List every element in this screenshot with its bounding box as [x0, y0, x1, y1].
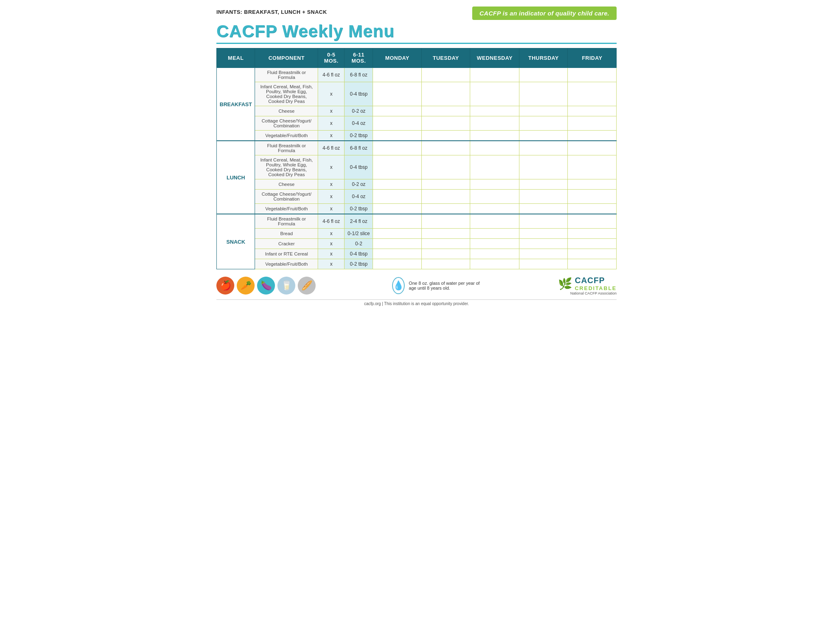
footer-bottom-text: cacfp.org | This institution is an equal… — [216, 299, 617, 306]
qty-05: 4-6 fl oz — [318, 214, 345, 229]
table-row: Vegetable/Fruit/Bothx0-2 tbsp — [217, 259, 617, 269]
page-subtitle: INFANTS: BREAKFAST, LUNCH + SNACK — [216, 7, 327, 15]
qty-611: 0-1/2 slice — [345, 229, 373, 239]
water-info: 💧 One 8 oz. glass of water per year of a… — [392, 277, 482, 294]
qty-05: x — [318, 190, 345, 204]
component-cell: Vegetable/Fruit/Both — [255, 259, 318, 269]
tagline: CACFP is an indicator of quality child c… — [472, 7, 617, 20]
qty-05: x — [318, 249, 345, 259]
day-cell-tuesday — [421, 106, 470, 116]
day-cell-monday — [373, 82, 422, 106]
component-cell: Fluid Breastmilk or Formula — [255, 214, 318, 229]
table-row: Vegetable/Fruit/Bothx0-2 tbsp — [217, 131, 617, 141]
day-cell-thursday — [519, 229, 568, 239]
table-row: Infant Cereal, Meat, Fish, Poultry, Whol… — [217, 82, 617, 106]
day-cell-wednesday — [470, 204, 519, 214]
table-row: Cottage Cheese/Yogurt/ Combinationx0-4 o… — [217, 116, 617, 131]
day-cell-thursday — [519, 190, 568, 204]
qty-611: 0-2 — [345, 239, 373, 249]
col-header-friday: FRIDAY — [568, 48, 617, 68]
day-cell-monday — [373, 190, 422, 204]
qty-05: x — [318, 204, 345, 214]
qty-05: x — [318, 259, 345, 269]
carrot-icon: 🥕 — [237, 277, 255, 295]
day-cell-monday — [373, 249, 422, 259]
day-cell-friday — [568, 190, 617, 204]
day-cell-friday — [568, 155, 617, 179]
col-header-611: 6-11 MOS. — [345, 48, 373, 68]
table-header-row: MEAL COMPONENT 0-5 MOS. 6-11 MOS. MONDAY… — [217, 48, 617, 68]
day-cell-tuesday — [421, 204, 470, 214]
qty-05: x — [318, 239, 345, 249]
qty-611: 0-4 oz — [345, 190, 373, 204]
day-cell-thursday — [519, 214, 568, 229]
brand-name: CACFP — [575, 276, 617, 285]
col-header-05: 0-5 MOS. — [318, 48, 345, 68]
component-cell: Bread — [255, 229, 318, 239]
menu-table: MEAL COMPONENT 0-5 MOS. 6-11 MOS. MONDAY… — [216, 48, 617, 269]
day-cell-monday — [373, 204, 422, 214]
qty-05: x — [318, 179, 345, 190]
day-cell-friday — [568, 204, 617, 214]
qty-611: 0-4 oz — [345, 116, 373, 131]
page-header: INFANTS: BREAKFAST, LUNCH + SNACK CACFP … — [216, 7, 617, 20]
day-cell-tuesday — [421, 190, 470, 204]
day-cell-tuesday — [421, 249, 470, 259]
qty-611: 0-2 oz — [345, 106, 373, 116]
table-row: Cottage Cheese/Yogurt/ Combinationx0-4 o… — [217, 190, 617, 204]
qty-05: x — [318, 155, 345, 179]
day-cell-tuesday — [421, 155, 470, 179]
day-cell-thursday — [519, 259, 568, 269]
day-cell-wednesday — [470, 179, 519, 190]
qty-611: 6-8 fl oz — [345, 68, 373, 82]
table-row: Cheesex0-2 oz — [217, 179, 617, 190]
food-icons: 🍎 🥕 🍆 🥛 🥖 — [216, 277, 316, 295]
table-row: Cheesex0-2 oz — [217, 106, 617, 116]
milk-icon: 🥛 — [277, 277, 295, 295]
day-cell-wednesday — [470, 249, 519, 259]
col-header-tuesday: TUESDAY — [421, 48, 470, 68]
day-cell-tuesday — [421, 141, 470, 155]
day-cell-monday — [373, 141, 422, 155]
day-cell-friday — [568, 131, 617, 141]
day-cell-wednesday — [470, 68, 519, 82]
component-cell: Cracker — [255, 239, 318, 249]
qty-611: 0-4 tbsp — [345, 82, 373, 106]
meal-label-breakfast: BREAKFAST — [217, 68, 255, 141]
col-header-thursday: THURSDAY — [519, 48, 568, 68]
component-cell: Infant or RTE Cereal — [255, 249, 318, 259]
day-cell-tuesday — [421, 239, 470, 249]
table-row: Vegetable/Fruit/Bothx0-2 tbsp — [217, 204, 617, 214]
day-cell-thursday — [519, 68, 568, 82]
apple-icon: 🍎 — [216, 277, 234, 295]
qty-611: 0-2 oz — [345, 179, 373, 190]
day-cell-wednesday — [470, 82, 519, 106]
col-header-meal: MEAL — [217, 48, 255, 68]
cacfp-logo: 🌿 CACFP CREDITABLE National CACFP Associ… — [558, 276, 617, 295]
main-title: CACFP Weekly Menu — [216, 22, 617, 44]
day-cell-wednesday — [470, 214, 519, 229]
day-cell-tuesday — [421, 131, 470, 141]
day-cell-tuesday — [421, 214, 470, 229]
day-cell-tuesday — [421, 116, 470, 131]
component-cell: Cheese — [255, 106, 318, 116]
meal-label-lunch: LUNCH — [217, 141, 255, 214]
qty-05: x — [318, 131, 345, 141]
day-cell-tuesday — [421, 82, 470, 106]
day-cell-thursday — [519, 131, 568, 141]
table-row: SNACKFluid Breastmilk or Formula4-6 fl o… — [217, 214, 617, 229]
day-cell-thursday — [519, 106, 568, 116]
day-cell-monday — [373, 214, 422, 229]
day-cell-wednesday — [470, 155, 519, 179]
day-cell-friday — [568, 106, 617, 116]
day-cell-friday — [568, 259, 617, 269]
creditable-label: CREDITABLE — [575, 285, 617, 291]
bread-icon: 🥖 — [298, 277, 316, 295]
qty-611: 0-2 tbsp — [345, 204, 373, 214]
day-cell-wednesday — [470, 229, 519, 239]
component-cell: Fluid Breastmilk or Formula — [255, 68, 318, 82]
day-cell-thursday — [519, 239, 568, 249]
day-cell-monday — [373, 106, 422, 116]
table-row: Infant or RTE Cerealx0-4 tbsp — [217, 249, 617, 259]
day-cell-friday — [568, 214, 617, 229]
